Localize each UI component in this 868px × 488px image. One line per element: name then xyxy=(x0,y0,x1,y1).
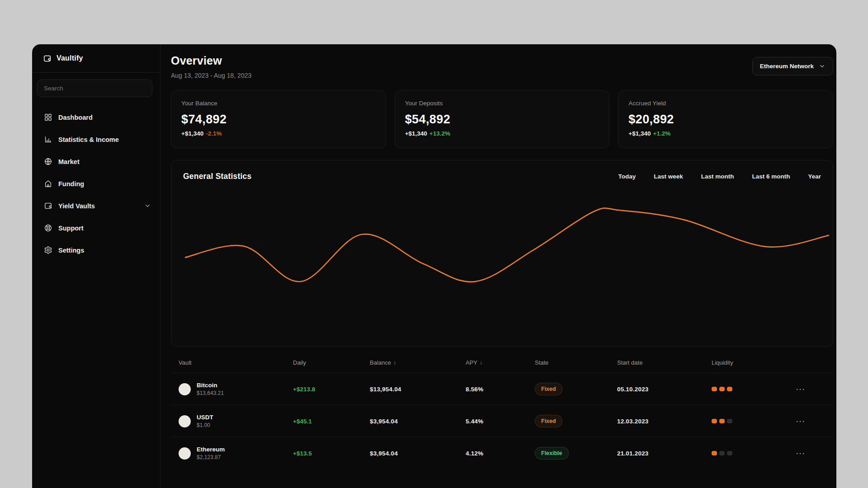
card-value: $54,892 xyxy=(405,113,599,127)
page-header: Overview Aug 13, 2023 - Aug 18, 2023 Eth… xyxy=(171,53,833,79)
chevron-down-icon xyxy=(144,202,151,209)
card-delta: +$1,340 xyxy=(405,130,427,137)
sidebar-item-dashboard[interactable]: Dashboard xyxy=(32,106,160,128)
vault-cell: Ethereum $2,123.87 xyxy=(179,446,293,460)
coin-price: $13,643.21 xyxy=(197,390,224,396)
gear-icon xyxy=(44,246,52,254)
column-header-start-date[interactable]: Start date xyxy=(617,359,712,366)
card-label: Accrued Yield xyxy=(628,100,823,107)
liquidity-dot xyxy=(712,419,717,423)
balance-value: $3,954.04 xyxy=(370,450,466,457)
card-value: $74,892 xyxy=(181,113,376,127)
search-input[interactable] xyxy=(37,80,152,97)
balance-value: $3,954.04 xyxy=(370,418,466,425)
liquidity-dot xyxy=(727,451,732,455)
start-date: 21.01.2023 xyxy=(617,450,712,457)
wallet-icon xyxy=(44,202,52,210)
start-date: 12.03.2023 xyxy=(617,418,712,425)
state-badge: Flexible xyxy=(535,447,569,460)
dashboard-grid-icon xyxy=(44,113,52,122)
main-content: Overview Aug 13, 2023 - Aug 18, 2023 Eth… xyxy=(160,44,836,488)
row-menu-button[interactable]: ··· xyxy=(793,449,808,458)
coin-name: USDT xyxy=(197,414,213,421)
daily-change: +$213.8 xyxy=(293,386,370,393)
card-delta-row: +$1,340+13.2% xyxy=(405,130,599,137)
card-label: Your Deposits xyxy=(405,100,599,107)
table-row-ethereum[interactable]: Ethereum $2,123.87 +$13.5 $3,954.04 4.12… xyxy=(171,437,833,469)
apy-value: 8.56% xyxy=(466,386,535,393)
filter-year[interactable]: Year xyxy=(808,173,821,180)
sidebar-item-support[interactable]: Support xyxy=(32,217,160,239)
wallet-logo-icon xyxy=(43,54,52,63)
column-header-balance[interactable]: Balance↓ xyxy=(370,359,466,366)
sidebar-item-label: Funding xyxy=(58,180,84,188)
sidebar-item-yield-vaults[interactable]: Yield Vaults xyxy=(32,195,160,217)
network-selector-label: Ethereum Network xyxy=(760,63,814,70)
liquidity-indicator xyxy=(712,387,793,391)
column-header-liquidity[interactable]: Liquidity xyxy=(712,359,793,366)
liquidity-dot xyxy=(719,387,725,391)
sidebar-item-label: Yield Vaults xyxy=(58,202,95,210)
app-title: Vaultify xyxy=(57,54,83,62)
daily-change: +$45.1 xyxy=(293,418,370,425)
card-percent-change: +13.2% xyxy=(429,130,450,137)
bar-chart-icon xyxy=(44,135,52,144)
lifebuoy-icon xyxy=(44,224,52,232)
row-menu-button[interactable]: ··· xyxy=(793,385,808,394)
sidebar-item-market[interactable]: Market xyxy=(32,150,160,173)
coin-price: $1.00 xyxy=(197,422,213,428)
liquidity-indicator xyxy=(712,451,793,455)
column-header-daily[interactable]: Daily xyxy=(293,359,370,366)
column-header-state[interactable]: State xyxy=(535,359,617,366)
coin-name: Ethereum xyxy=(197,446,225,453)
network-selector-button[interactable]: Ethereum Network xyxy=(752,57,833,75)
column-header-apy[interactable]: APY↓ xyxy=(466,359,535,366)
balance-value: $13,954.04 xyxy=(370,386,466,393)
sidebar-item-label: Dashboard xyxy=(58,114,93,121)
sidebar-item-funding[interactable]: Funding xyxy=(32,173,160,195)
sidebar-item-label: Market xyxy=(58,158,80,165)
sidebar-nav: Dashboard Statistics & Income Market Fun… xyxy=(32,101,160,267)
card-percent-change: +1.2% xyxy=(653,130,671,137)
card-percent-change: -2.1% xyxy=(206,130,222,137)
column-header-vault[interactable]: Vault xyxy=(179,359,293,366)
statistics-line xyxy=(185,208,829,282)
date-range: Aug 13, 2023 - Aug 18, 2023 xyxy=(171,72,251,79)
liquidity-dot xyxy=(712,387,717,391)
card-delta-row: +$1,340+1.2% xyxy=(628,130,823,137)
globe-icon xyxy=(44,157,52,166)
page-title: Overview xyxy=(171,54,251,67)
apy-value: 4.12% xyxy=(466,450,535,457)
liquidity-indicator xyxy=(712,419,793,423)
liquidity-dot xyxy=(727,419,732,423)
start-date: 05.10.2023 xyxy=(617,386,712,393)
coin-avatar xyxy=(179,447,191,460)
accrued-yield-card: Accrued Yield $20,892 +$1,340+1.2% xyxy=(618,90,833,148)
liquidity-dot xyxy=(719,419,725,423)
liquidity-dot xyxy=(719,451,725,455)
filter-today[interactable]: Today xyxy=(618,173,636,180)
sidebar-item-settings[interactable]: Settings xyxy=(32,239,160,261)
vaults-table: Vault Daily Balance↓ APY↓ State Start da… xyxy=(171,352,833,469)
vault-cell: USDT $1.00 xyxy=(179,414,293,428)
filter-last-6-month[interactable]: Last 6 month xyxy=(752,173,790,180)
sidebar-item-label: Support xyxy=(58,225,84,232)
filter-last-month[interactable]: Last month xyxy=(701,173,734,180)
sidebar-item-label: Statistics & Income xyxy=(58,136,119,143)
coin-name: Bitcoin xyxy=(197,382,224,389)
state-badge: Fixed xyxy=(535,383,562,395)
state-badge: Fixed xyxy=(535,415,562,427)
app-window: Vaultify Dashboard Statistics & Income xyxy=(32,44,836,488)
home-icon xyxy=(44,179,52,188)
vault-cell: Bitcoin $13,643.21 xyxy=(179,382,293,396)
statistics-title: General Statistics xyxy=(183,172,251,181)
row-menu-button[interactable]: ··· xyxy=(793,417,808,426)
sidebar-header: Vaultify xyxy=(32,44,160,73)
filter-last-week[interactable]: Last week xyxy=(654,173,683,180)
table-row-bitcoin[interactable]: Bitcoin $13,643.21 +$213.8 $13,954.04 8.… xyxy=(171,373,833,405)
sidebar-item-statistics-income[interactable]: Statistics & Income xyxy=(32,128,160,150)
time-filters: Today Last week Last month Last 6 month … xyxy=(618,173,821,180)
chevron-down-icon xyxy=(819,63,826,70)
general-statistics-panel: General Statistics Today Last week Last … xyxy=(171,160,833,347)
table-row-usdt[interactable]: USDT $1.00 +$45.1 $3,954.04 5.44% Fixed … xyxy=(171,405,833,437)
